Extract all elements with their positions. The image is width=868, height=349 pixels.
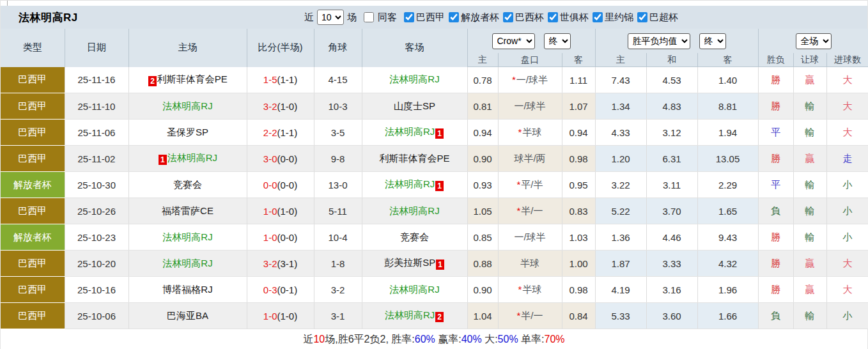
summary-segment: 70% [545, 334, 565, 345]
score-cell: 3-0(0-0) [247, 146, 314, 172]
avg-home-odds: 1.87 [595, 251, 646, 277]
league-filter-label: 巴超杯 [649, 12, 678, 24]
avg-draw-odds: 4.46 [646, 224, 697, 251]
away-team-cell: 法林明高RJ [362, 67, 467, 93]
crow-away-odds: 1.11 [562, 67, 595, 93]
match-count-select[interactable]: 10 [317, 10, 344, 25]
corner-cell: 5-11 [314, 198, 362, 224]
league-filter-2[interactable]: 解放者杯 [445, 12, 499, 24]
result-handicap: 贏 [793, 251, 826, 277]
handicap-text: 半球 [520, 258, 539, 268]
avg-odds-select[interactable]: 胜平负均值 [628, 33, 690, 49]
away-team-cell: 法林明高RJ1 [362, 120, 467, 146]
bookmaker-select[interactable]: Crow* [492, 33, 535, 49]
summary-segment: 单率: [518, 333, 545, 346]
result-outcome: 勝 [758, 224, 793, 251]
league-filter-6[interactable]: 巴超杯 [633, 12, 678, 24]
league-filter-4[interactable]: 世俱杯 [544, 12, 589, 24]
corner-cell: 13-0 [314, 172, 362, 198]
handicap-cell: *半球 [498, 120, 562, 146]
crow-home-odds: 0.78 [467, 67, 498, 93]
home-team-cell: 福塔雷萨CE [128, 198, 247, 224]
league-checkbox[interactable] [449, 12, 459, 22]
avg-away-odds: 9.43 [697, 224, 758, 251]
red-card-badge: 1 [159, 155, 167, 165]
handicap-cell: 半球 [498, 251, 562, 277]
col-header-corner: 角球 [314, 29, 362, 67]
score-main: 3-2 [263, 101, 277, 112]
avg-select-cell: 胜平负均值 终 [595, 29, 758, 53]
summary-segment: 近 [303, 333, 313, 346]
filter-controls: 近 10 场 同客 巴西甲解放者杯巴西杯世俱杯里约锦巴超杯 [304, 10, 678, 25]
score-half: (1-0) [277, 206, 298, 217]
result-outcome: 勝 [758, 251, 793, 277]
score-half: (1-0) [277, 101, 298, 112]
crow-away-odds: 0.94 [562, 120, 595, 146]
sub-header-handicap-result: 让球 [793, 53, 826, 67]
red-card-badge: 1 [436, 260, 444, 270]
sub-header-crow-away: 客 [562, 53, 595, 67]
summary-segment: 50% [498, 334, 518, 345]
date-cell: 25-11-16 [65, 67, 128, 93]
crow-home-odds: 0.88 [467, 251, 498, 277]
result-handicap: 輸 [793, 120, 826, 146]
result-handicap: 輸 [793, 93, 826, 120]
handicap-cell: 球半/两 [498, 146, 562, 172]
result-handicap: 贏 [793, 277, 826, 303]
table-row: 巴西甲25-11-06圣保罗SP2-2(1-1)3-5法林明高RJ10.94*半… [1, 120, 868, 146]
matches-label: 场 [347, 12, 357, 24]
col-header-home: 主场 [128, 29, 247, 67]
avg-time-select[interactable]: 终 [699, 33, 726, 49]
score-cell: 2-2(1-1) [247, 120, 314, 146]
handicap-text: 半球 [522, 127, 541, 137]
team-name: 法林明高RJ [162, 231, 212, 242]
table-row: 巴西甲25-11-162利斯菲体育会PE1-5(1-1)4-15法林明高RJ0.… [1, 67, 868, 93]
away-team-cell: 山度士SP [362, 93, 467, 120]
crow-away-odds: 0.98 [562, 146, 595, 172]
handicap-text: 半/一 [521, 310, 543, 321]
league-filter-3[interactable]: 巴西杯 [499, 12, 544, 24]
crow-home-odds: 0.85 [467, 224, 498, 251]
team-name: 利斯菲体育会PE [379, 153, 449, 164]
result-goals: 大 [826, 251, 868, 277]
handicap-star: * [516, 310, 520, 321]
summary-segment: 60% [415, 334, 435, 345]
result-outcome: 平 [758, 120, 793, 146]
bookmaker-select-cell: Crow* 终 [467, 29, 595, 53]
crow-away-odds: 1.07 [562, 93, 595, 120]
league-cell: 巴西甲 [1, 251, 65, 277]
handicap-text: 半球 [522, 284, 541, 295]
score-cell: 1-0(0-0) [247, 224, 314, 251]
league-filter-label: 世俱杯 [560, 12, 589, 24]
corner-cell: 9-8 [314, 146, 362, 172]
bookmaker-time-select[interactable]: 终 [544, 33, 571, 49]
home-team-cell: 博塔福格RJ [128, 277, 247, 303]
date-cell: 25-11-06 [65, 120, 128, 146]
result-goals: 大 [826, 120, 868, 146]
team-name: 法林明高RJ [389, 205, 439, 216]
league-filter-5[interactable]: 里约锦 [589, 12, 633, 24]
score-cell: 0-3(0-1) [247, 277, 314, 303]
score-half: (1-0) [277, 311, 298, 322]
same-away-checkbox[interactable] [364, 12, 374, 22]
corner-cell: 4-15 [314, 67, 362, 93]
col-header-type: 类型 [1, 29, 65, 67]
handicap-text: 一/球半 [514, 100, 545, 111]
league-cell: 解放者杯 [1, 224, 65, 251]
league-checkbox[interactable] [593, 12, 603, 22]
result-outcome: 負 [758, 303, 793, 329]
avg-away-odds: 1.94 [697, 120, 758, 146]
handicap-cell: 一/球半 [498, 93, 562, 120]
title-bar: 法林明高RJ 近 10 场 同客 巴西甲解放者杯巴西杯世俱杯里约锦巴超杯 [1, 6, 867, 29]
crow-away-odds: 0.84 [562, 303, 595, 329]
league-checkbox[interactable] [503, 12, 513, 22]
league-filter-1[interactable]: 巴西甲 [400, 12, 445, 24]
near-label: 近 [304, 12, 314, 24]
league-checkbox[interactable] [637, 12, 647, 22]
league-checkbox[interactable] [404, 12, 414, 22]
league-checkbox[interactable] [548, 12, 558, 22]
team-name: 法林明高RJ [162, 258, 212, 268]
result-goals: 小 [826, 172, 868, 198]
avg-away-odds: 1.66 [697, 303, 758, 329]
scope-select[interactable]: 全场 [796, 33, 832, 49]
